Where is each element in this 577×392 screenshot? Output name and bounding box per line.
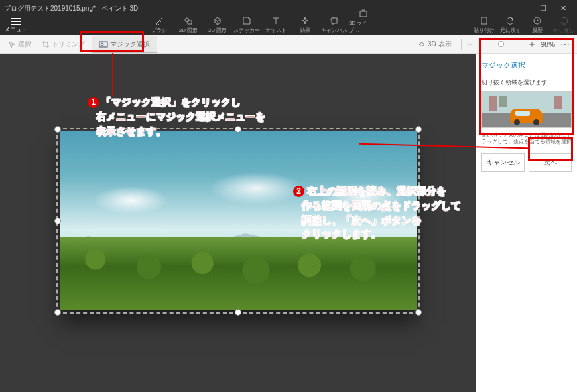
text-icon (271, 16, 281, 25)
magic-select-tool[interactable]: マジック選択 (92, 36, 157, 53)
shapes-3d-icon (213, 16, 222, 25)
sub-toolbar: 選択 トリミング マジック選択 3D 表示 − ＋ 98% ⋯ (0, 35, 577, 54)
zoom-out-button[interactable]: − (467, 38, 473, 50)
ribbon-undo[interactable]: 元に戻す (497, 16, 524, 35)
effects-icon (300, 16, 310, 25)
annotation-2: 2右上の説明を読み、選択部分を 作る範囲を四隅の点をドラッグして 調整し、「次へ… (293, 184, 461, 241)
ribbon: メニュー ブラシ 2D 図形 3D 図形 ステッカー テキスト 効果 キャンバス… (0, 17, 577, 35)
close-button[interactable]: ✕ (553, 4, 573, 13)
view-3d-toggle[interactable]: 3D 表示 (414, 38, 456, 51)
right-panel: マジック選択 切り抜く領域を選びます 青いボックスの角または辺の部分にドラッグし… (476, 54, 577, 392)
crop-tool[interactable]: トリミング (38, 38, 89, 51)
menu-label: メニュー (4, 25, 28, 34)
zoom-control: − ＋ 98% (467, 38, 555, 50)
select-tool[interactable]: 選択 (4, 38, 35, 51)
zoom-slider[interactable] (477, 44, 523, 44)
ribbon-redo: やり直し (550, 16, 577, 35)
canvas-icon (330, 16, 339, 25)
ribbon-text[interactable]: テキスト (261, 16, 290, 35)
ribbon-paste[interactable]: 貼り付け (471, 16, 497, 35)
minimize-button[interactable]: ─ (513, 5, 533, 13)
hamburger-icon (11, 18, 21, 25)
svg-point-7 (101, 43, 103, 46)
car-icon (510, 109, 543, 123)
panel-description: 青いボックスの角または辺の部分にドラッグして、焦点を当てる領域を選択してください (481, 132, 572, 147)
cancel-button[interactable]: キャンセル (481, 153, 525, 172)
more-button[interactable]: ⋯ (558, 39, 573, 50)
redo-icon (559, 16, 568, 25)
titlebar: ブログ用テスト20191015.png* - ペイント 3D ─ ☐ ✕ (0, 0, 577, 17)
leader-line-1 (112, 53, 113, 96)
panel-preview (481, 91, 572, 128)
maximize-button[interactable]: ☐ (533, 4, 553, 13)
ribbon-effects[interactable]: 効果 (290, 16, 320, 35)
ribbon-canvas[interactable]: キャンバス (320, 16, 349, 35)
zoom-value: 98% (541, 40, 555, 48)
sticker-icon (242, 16, 251, 25)
menu-button[interactable]: メニュー (0, 17, 32, 35)
brush-icon (155, 16, 164, 25)
ribbon-3d-shapes[interactable]: 3D 図形 (203, 16, 232, 35)
window-title: ブログ用テスト20191015.png* - ペイント 3D (4, 4, 513, 13)
paste-icon (480, 16, 489, 25)
ribbon-history[interactable]: 履歴 (524, 16, 550, 35)
shapes-2d-icon (184, 16, 193, 25)
svg-rect-4 (481, 17, 487, 24)
undo-icon (506, 16, 515, 25)
ribbon-stickers[interactable]: ステッカー (232, 16, 261, 35)
panel-subtitle: 切り抜く領域を選びます (481, 78, 572, 87)
history-icon (533, 16, 542, 25)
ribbon-brush[interactable]: ブラシ (145, 16, 174, 35)
ribbon-3d-library[interactable]: 3D ライブ… (349, 9, 378, 35)
panel-title: マジック選択 (481, 58, 572, 76)
zoom-in-button[interactable]: ＋ (527, 38, 537, 50)
svg-point-0 (185, 18, 189, 22)
next-button[interactable]: 次へ (529, 153, 572, 172)
svg-rect-2 (332, 18, 337, 23)
ribbon-2d-shapes[interactable]: 2D 図形 (174, 16, 203, 35)
annotation-1: 1「マジック選択」をクリックし 右メニューにマジック選択メニューを 表示させます… (88, 95, 265, 138)
svg-rect-3 (360, 11, 367, 17)
library-icon (359, 9, 368, 18)
